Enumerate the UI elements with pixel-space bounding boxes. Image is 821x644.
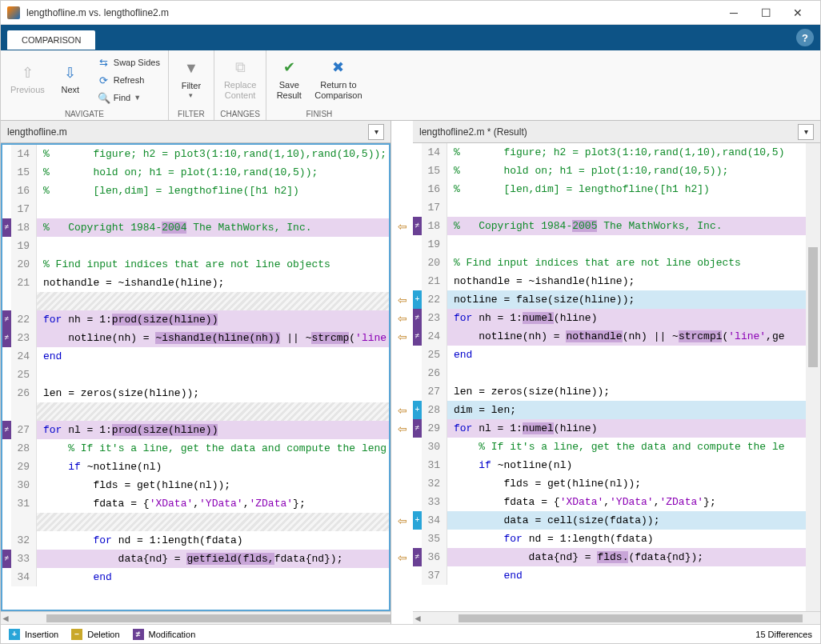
code-line[interactable]: 21nothandle = ~ishandle(hline);	[413, 272, 806, 290]
code-line[interactable]: 19	[413, 235, 806, 254]
refresh-button[interactable]: ⟳ Refresh	[93, 71, 165, 89]
line-number: 18	[422, 217, 447, 235]
merge-left-button[interactable]: ⇦	[391, 327, 413, 346]
code-line[interactable]: 28 % If it's a line, get the data and co…	[2, 439, 389, 458]
group-filter: ▼ Filter ▾ FILTER	[169, 50, 214, 120]
tab-comparison[interactable]: COMPARISON	[7, 30, 95, 50]
merge-left-button[interactable]: ⇦	[391, 290, 413, 309]
code-line[interactable]: 24end	[2, 347, 389, 366]
return-button[interactable]: ✖ Return to Comparison	[308, 52, 368, 108]
next-button[interactable]: ⇩ Next	[51, 52, 90, 108]
code-line[interactable]: 15% hold on; h1 = plot(1:10,rand(10,5));	[2, 163, 389, 182]
diff-marker	[2, 494, 11, 513]
code-line[interactable]: 15% hold on; h1 = plot(1:10,rand(10,5));	[413, 162, 806, 180]
merge-left-button[interactable]: ⇦	[391, 401, 413, 419]
previous-label: Previous	[10, 85, 45, 95]
code-line[interactable]: 26	[413, 364, 806, 382]
comparison-content: lengthofline.m ▾ 14% figure; h2 = plot3(…	[1, 121, 820, 624]
legend-modification: ≠ Modification	[133, 629, 196, 640]
previous-button[interactable]: ⇧ Previous	[4, 52, 51, 108]
save-result-button[interactable]: ✔ Save Result	[270, 52, 308, 108]
close-button[interactable]: ✕	[782, 2, 814, 24]
code-line[interactable]: ≠29for nl = 1:numel(hline)	[413, 419, 806, 438]
code-line[interactable]: 21nothandle = ~ishandle(hline);	[2, 274, 389, 292]
code-line[interactable]: ≠23 notline(nh) = ~ishandle(hline(nh)) |…	[2, 329, 389, 347]
code-line[interactable]: 35 for nd = 1:length(fdata)	[413, 530, 806, 548]
line-text: end	[37, 347, 389, 366]
maximize-button[interactable]: ☐	[750, 2, 782, 24]
scroll-thumb[interactable]	[46, 614, 390, 622]
code-line[interactable]: 30 flds = get(hline(nl));	[2, 476, 389, 494]
search-icon: 🔍	[98, 91, 110, 104]
code-line[interactable]	[2, 513, 389, 531]
code-line[interactable]: 31 if ~notline(nl)	[413, 456, 806, 474]
code-line[interactable]: ≠18% Copyright 1984-2005 The MathWorks, …	[413, 217, 806, 235]
code-line[interactable]: 32 for nd = 1:length(fdata)	[2, 531, 389, 550]
code-line[interactable]: 20% Find input indices that are not line…	[413, 254, 806, 272]
right-hscroll[interactable]: ◄	[413, 611, 820, 624]
merge-left-button[interactable]: ⇦	[391, 419, 413, 438]
code-line[interactable]: 27len = zeros(size(hline));	[413, 382, 806, 401]
code-line[interactable]: ≠18% Copyright 1984-2004 The MathWorks, …	[2, 218, 389, 237]
code-line[interactable]: 30 % If it's a line, get the data and co…	[413, 438, 806, 456]
find-button[interactable]: 🔍 Find ▼	[93, 89, 165, 106]
merge-left-button[interactable]: ⇦	[391, 309, 413, 327]
code-line[interactable]: ≠24 notline(nh) = nothandle(nh) || ~strc…	[413, 327, 806, 346]
code-line[interactable]: 20% Find input indices that are not line…	[2, 255, 389, 274]
code-line[interactable]: 37 end	[413, 566, 806, 585]
code-line[interactable]: 16% [len,dim] = lengthofline([h1 h2])	[413, 180, 806, 198]
code-line[interactable]: +34 data = cell(size(fdata));	[413, 511, 806, 530]
code-line[interactable]: 16% [len,dim] = lengthofline([h1 h2])	[2, 182, 389, 200]
scroll-thumb[interactable]	[808, 247, 818, 367]
diff-marker	[2, 476, 11, 494]
minimize-button[interactable]: ─	[718, 2, 750, 24]
code-line[interactable]: 26len = zeros(size(hline));	[2, 384, 389, 402]
left-panel-menu[interactable]: ▾	[368, 124, 384, 140]
arrow-down-icon: ⇩	[62, 64, 79, 82]
diff-marker	[2, 255, 11, 274]
replace-label: Replace Content	[224, 80, 256, 101]
code-line[interactable]: ≠33 data{nd} = getfield(flds,fdata{nd});	[2, 550, 389, 568]
diff-marker	[413, 493, 422, 511]
scroll-thumb[interactable]	[459, 614, 803, 622]
code-line[interactable]: 32 flds = get(hline(nl));	[413, 474, 806, 493]
help-button[interactable]: ?	[796, 29, 814, 46]
code-line[interactable]: 14% figure; h2 = plot3(1:10,rand(1,10),r…	[413, 143, 806, 162]
code-line[interactable]: 25end	[413, 346, 806, 364]
diff-marker	[2, 402, 11, 421]
diff-marker: ≠	[2, 310, 11, 329]
line-number: 30	[11, 476, 37, 494]
code-line[interactable]: 31 fdata = {'XData','YData','ZData'};	[2, 494, 389, 513]
code-line[interactable]: ≠22for nh = 1:prod(size(hline))	[2, 310, 389, 329]
code-line[interactable]: ≠36 data{nd} = flds.(fdata{nd});	[413, 548, 806, 566]
code-line[interactable]: ≠27for nl = 1:prod(size(hline))	[2, 421, 389, 439]
swap-sides-button[interactable]: ⇆ Swap Sides	[93, 54, 165, 71]
right-code-view[interactable]: 14% figure; h2 = plot3(1:10,rand(1,10),r…	[413, 143, 806, 611]
code-line[interactable]: 19	[2, 237, 389, 255]
merge-left-button	[391, 346, 413, 364]
code-line[interactable]: 14% figure; h2 = plot3(1:10,rand(1,10),r…	[2, 145, 389, 163]
code-line[interactable]: 25	[2, 366, 389, 384]
code-line[interactable]: 17	[413, 198, 806, 217]
code-line[interactable]	[2, 402, 389, 421]
code-line[interactable]: +28dim = len;	[413, 401, 806, 419]
merge-left-button[interactable]: ⇦	[391, 511, 413, 530]
left-hscroll[interactable]: ◄	[1, 611, 390, 624]
line-text: % If it's a line, get the data and compu…	[447, 438, 806, 456]
right-panel-menu[interactable]: ▾	[798, 124, 814, 140]
left-code-view[interactable]: 14% figure; h2 = plot3(1:10,rand(1,10),r…	[1, 143, 390, 611]
code-line[interactable]: ≠23for nh = 1:numel(hline)	[413, 309, 806, 327]
line-number: 17	[422, 198, 447, 217]
code-line[interactable]: 17	[2, 200, 389, 218]
right-vscroll[interactable]	[806, 143, 820, 611]
code-line[interactable]	[2, 292, 389, 310]
merge-left-button[interactable]: ⇦	[391, 217, 413, 235]
merge-left-button[interactable]: ⇦	[391, 548, 413, 566]
code-line[interactable]: 33 fdata = {'XData','YData','ZData'};	[413, 493, 806, 511]
line-text: end	[447, 346, 806, 364]
replace-content-button[interactable]: ⧉ Replace Content	[218, 52, 262, 108]
code-line[interactable]: 34 end	[2, 568, 389, 586]
code-line[interactable]: 29 if ~notline(nl)	[2, 458, 389, 476]
filter-button[interactable]: ▼ Filter ▾	[172, 52, 210, 108]
code-line[interactable]: +22notline = false(size(hline));	[413, 290, 806, 309]
